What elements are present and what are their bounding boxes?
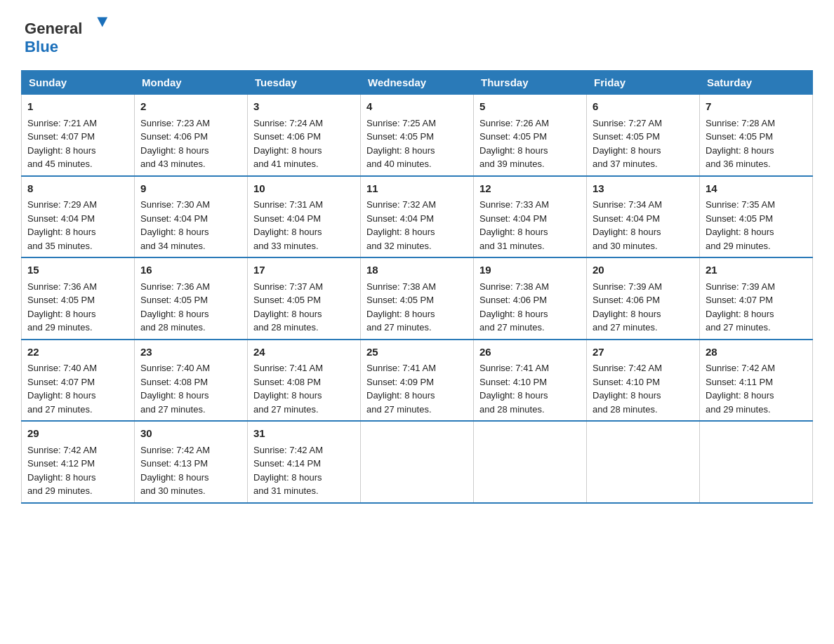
daylight-text: Daylight: 8 hours	[706, 309, 774, 319]
daylight-minutes: and 27 minutes.	[366, 322, 432, 333]
daylight-minutes: and 27 minutes.	[27, 404, 93, 415]
daylight-text: Daylight: 8 hours	[253, 145, 322, 156]
sunrise-text: Sunrise: 7:32 AM	[366, 199, 436, 210]
daylight-minutes: and 27 minutes.	[593, 322, 658, 333]
day-number: 11	[366, 181, 468, 197]
sunset-text: Sunset: 4:05 PM	[706, 131, 773, 142]
daylight-minutes: and 27 minutes.	[479, 322, 545, 333]
calendar-week-row: 22Sunrise: 7:40 AMSunset: 4:07 PMDayligh…	[22, 340, 813, 422]
daylight-text: Daylight: 8 hours	[253, 309, 322, 319]
sunset-text: Sunset: 4:04 PM	[140, 213, 208, 224]
day-number: 30	[140, 426, 241, 442]
calendar-cell: 4Sunrise: 7:25 AMSunset: 4:05 PMDaylight…	[361, 95, 474, 176]
day-number: 21	[706, 262, 807, 279]
daylight-text: Daylight: 8 hours	[479, 145, 548, 156]
generalblue-logo: General Blue	[21, 14, 112, 56]
calendar-cell: 11Sunrise: 7:32 AMSunset: 4:04 PMDayligh…	[361, 176, 474, 258]
calendar-cell	[361, 421, 474, 503]
day-number: 19	[479, 262, 581, 279]
daylight-minutes: and 29 minutes.	[27, 322, 93, 333]
calendar-cell: 30Sunrise: 7:42 AMSunset: 4:13 PMDayligh…	[135, 421, 248, 503]
daylight-minutes: and 29 minutes.	[706, 404, 771, 415]
daylight-minutes: and 31 minutes.	[479, 241, 545, 251]
calendar-header-row: SundayMondayTuesdayWednesdayThursdayFrid…	[22, 71, 813, 95]
sunset-text: Sunset: 4:10 PM	[593, 377, 660, 387]
sunset-text: Sunset: 4:11 PM	[706, 377, 773, 387]
day-number: 2	[140, 99, 241, 115]
calendar-cell: 21Sunrise: 7:39 AMSunset: 4:07 PMDayligh…	[700, 257, 813, 340]
sunset-text: Sunset: 4:05 PM	[140, 295, 208, 305]
day-number: 16	[140, 262, 241, 279]
sunset-text: Sunset: 4:07 PM	[706, 295, 773, 305]
calendar-week-row: 15Sunrise: 7:36 AMSunset: 4:05 PMDayligh…	[22, 257, 813, 340]
daylight-minutes: and 27 minutes.	[253, 404, 319, 415]
day-number: 3	[253, 99, 355, 115]
day-number: 28	[706, 344, 807, 361]
calendar-cell: 19Sunrise: 7:38 AMSunset: 4:06 PMDayligh…	[474, 257, 587, 340]
daylight-minutes: and 45 minutes.	[27, 159, 93, 169]
sunrise-text: Sunrise: 7:31 AM	[253, 199, 323, 210]
sunset-text: Sunset: 4:08 PM	[253, 377, 321, 387]
daylight-text: Daylight: 8 hours	[27, 472, 96, 483]
daylight-text: Daylight: 8 hours	[27, 390, 96, 401]
day-number: 17	[253, 262, 355, 279]
daylight-minutes: and 31 minutes.	[253, 485, 319, 496]
day-number: 26	[479, 344, 581, 361]
daylight-minutes: and 29 minutes.	[706, 241, 771, 251]
sunrise-text: Sunrise: 7:41 AM	[253, 363, 323, 373]
calendar-cell: 26Sunrise: 7:41 AMSunset: 4:10 PMDayligh…	[474, 340, 587, 422]
sunset-text: Sunset: 4:06 PM	[140, 131, 208, 142]
day-number: 23	[140, 344, 241, 361]
col-header-sunday: Sunday	[22, 71, 135, 95]
day-number: 25	[366, 344, 468, 361]
calendar-cell: 18Sunrise: 7:38 AMSunset: 4:05 PMDayligh…	[361, 257, 474, 340]
sunrise-text: Sunrise: 7:30 AM	[140, 199, 210, 210]
sunrise-text: Sunrise: 7:34 AM	[593, 199, 662, 210]
col-header-thursday: Thursday	[474, 71, 587, 95]
svg-marker-1	[97, 18, 107, 27]
daylight-text: Daylight: 8 hours	[366, 390, 435, 401]
daylight-text: Daylight: 8 hours	[140, 227, 209, 237]
sunset-text: Sunset: 4:05 PM	[366, 131, 434, 142]
sunrise-text: Sunrise: 7:40 AM	[27, 363, 97, 373]
calendar-cell: 17Sunrise: 7:37 AMSunset: 4:05 PMDayligh…	[248, 257, 361, 340]
daylight-text: Daylight: 8 hours	[253, 472, 322, 483]
daylight-text: Daylight: 8 hours	[27, 309, 96, 319]
day-number: 24	[253, 344, 355, 361]
page-header: General Blue	[21, 14, 813, 56]
sunset-text: Sunset: 4:06 PM	[593, 295, 660, 305]
calendar-cell: 27Sunrise: 7:42 AMSunset: 4:10 PMDayligh…	[587, 340, 700, 422]
daylight-text: Daylight: 8 hours	[479, 390, 548, 401]
sunset-text: Sunset: 4:06 PM	[253, 131, 321, 142]
day-number: 22	[27, 344, 128, 361]
calendar-cell	[700, 421, 813, 503]
daylight-text: Daylight: 8 hours	[479, 309, 548, 319]
col-header-saturday: Saturday	[700, 71, 813, 95]
daylight-minutes: and 36 minutes.	[706, 159, 771, 169]
sunrise-text: Sunrise: 7:42 AM	[140, 445, 210, 455]
calendar-cell	[587, 421, 700, 503]
day-number: 1	[27, 99, 128, 115]
daylight-text: Daylight: 8 hours	[140, 309, 209, 319]
daylight-text: Daylight: 8 hours	[253, 227, 322, 237]
sunset-text: Sunset: 4:06 PM	[479, 295, 547, 305]
sunset-text: Sunset: 4:10 PM	[479, 377, 547, 387]
sunset-text: Sunset: 4:05 PM	[366, 295, 434, 305]
sunrise-text: Sunrise: 7:40 AM	[140, 363, 210, 373]
daylight-minutes: and 29 minutes.	[27, 485, 93, 496]
daylight-text: Daylight: 8 hours	[706, 145, 774, 156]
day-number: 8	[27, 181, 128, 197]
calendar-week-row: 8Sunrise: 7:29 AMSunset: 4:04 PMDaylight…	[22, 176, 813, 258]
daylight-minutes: and 34 minutes.	[140, 241, 206, 251]
day-number: 5	[479, 99, 581, 115]
calendar-cell: 6Sunrise: 7:27 AMSunset: 4:05 PMDaylight…	[587, 95, 700, 176]
day-number: 27	[593, 344, 694, 361]
daylight-text: Daylight: 8 hours	[27, 145, 96, 156]
svg-text:Blue: Blue	[25, 38, 58, 55]
sunrise-text: Sunrise: 7:33 AM	[479, 199, 549, 210]
daylight-text: Daylight: 8 hours	[593, 309, 661, 319]
sunrise-text: Sunrise: 7:38 AM	[479, 281, 549, 292]
daylight-text: Daylight: 8 hours	[366, 227, 435, 237]
day-number: 14	[706, 181, 807, 197]
calendar-cell: 5Sunrise: 7:26 AMSunset: 4:05 PMDaylight…	[474, 95, 587, 176]
